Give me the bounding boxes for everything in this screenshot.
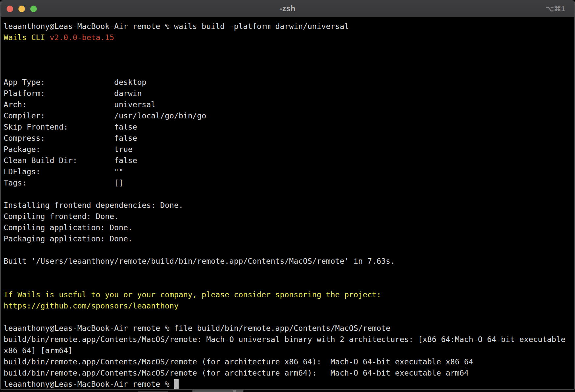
- background-fragment: [138, 391, 168, 392]
- terminal-text-segment: https://github.com/sponsors/leaanthony: [4, 301, 179, 310]
- terminal-line: [4, 43, 574, 54]
- background-fragment: [233, 390, 236, 392]
- terminal-line: [4, 244, 574, 256]
- terminal-text-segment: App Type: desktop: [4, 78, 146, 86]
- terminal-line: LDFlags: "": [4, 166, 574, 177]
- minimize-button[interactable]: [18, 6, 25, 12]
- terminal-text-segment: Built '/Users/leaanthony/remote/build/bi…: [4, 257, 395, 265]
- terminal-line: [4, 267, 574, 278]
- terminal-text-segment: Compiling frontend: Done.: [4, 212, 119, 221]
- terminal-text-segment: x86_64] [arm64]: [4, 346, 73, 355]
- terminal-line: Compiling application: Done.: [4, 222, 574, 233]
- terminal-text-segment: build/bin/remote.app/Contents/MacOS/remo…: [4, 335, 565, 344]
- close-button[interactable]: [7, 6, 13, 12]
- terminal-line: x86_64] [arm64]: [4, 345, 574, 356]
- terminal-line: build/bin/remote.app/Contents/MacOS/remo…: [4, 334, 574, 345]
- terminal-line: build/bin/remote.app/Contents/MacOS/remo…: [4, 367, 574, 379]
- zoom-button[interactable]: [30, 6, 37, 12]
- terminal-line: Wails CLI v2.0.0-beta.15: [4, 32, 574, 43]
- terminal-line: [4, 54, 574, 65]
- terminal-window: -zsh ⌥⌘1 leaanthony@Leas-MacBook-Air rem…: [0, 0, 575, 390]
- terminal-text-segment: build/bin/remote.app/Contents/MacOS/remo…: [4, 357, 473, 366]
- terminal-output[interactable]: leaanthony@Leas-MacBook-Air remote % wai…: [1, 17, 574, 389]
- terminal-line: Compiler: /usr/local/go/bin/go: [4, 110, 574, 121]
- terminal-text-segment: leaanthony@Leas-MacBook-Air remote % wai…: [4, 22, 349, 31]
- terminal-text-segment: Package: true: [4, 145, 133, 154]
- terminal-line: Package: true: [4, 144, 574, 155]
- window-shortcut-badge: ⌥⌘1: [545, 5, 565, 13]
- terminal-line: Clean Build Dir: false: [4, 155, 574, 166]
- terminal-line: [4, 311, 574, 323]
- terminal-text-segment: v2.0.0-beta.15: [50, 33, 114, 42]
- terminal-text-segment: Compiling application: Done.: [4, 223, 133, 232]
- terminal-line: [4, 65, 574, 77]
- traffic-lights: [7, 6, 37, 12]
- terminal-line: https://github.com/sponsors/leaanthony: [4, 300, 574, 311]
- terminal-text-segment: Packaging application: Done.: [4, 234, 133, 243]
- terminal-text-segment: leaanthony@Leas-MacBook-Air remote % fil…: [4, 324, 390, 332]
- terminal-text-segment: Tags: []: [4, 178, 123, 187]
- terminal-text-segment: LDFlags: "": [4, 167, 123, 176]
- terminal-line: Compiling frontend: Done.: [4, 211, 574, 222]
- terminal-text-segment: Platform: darwin: [4, 89, 142, 98]
- terminal-text-segment: build/bin/remote.app/Contents/MacOS/remo…: [4, 368, 469, 377]
- window-title: -zsh: [280, 4, 295, 13]
- terminal-text-segment: Clean Build Dir: false: [4, 156, 137, 165]
- terminal-text-segment: Compress: false: [4, 134, 137, 142]
- terminal-line: Built '/Users/leaanthony/remote/build/bi…: [4, 256, 574, 267]
- terminal-text-segment: Wails CLI: [4, 33, 50, 42]
- terminal-line: leaanthony@Leas-MacBook-Air remote %: [4, 379, 574, 390]
- terminal-line: App Type: desktop: [4, 77, 574, 88]
- terminal-text-segment: If Wails is useful to you or your compan…: [4, 290, 381, 299]
- terminal-line: [4, 278, 574, 289]
- window-titlebar[interactable]: -zsh ⌥⌘1: [1, 0, 574, 17]
- terminal-text-segment: Arch: universal: [4, 100, 156, 109]
- terminal-line: If Wails is useful to you or your compan…: [4, 289, 574, 300]
- terminal-text-segment: leaanthony@Leas-MacBook-Air remote %: [4, 380, 174, 388]
- terminal-line: Packaging application: Done.: [4, 233, 574, 244]
- terminal-line: Tags: []: [4, 177, 574, 188]
- terminal-line: [4, 188, 574, 200]
- terminal-line: Skip Frontend: false: [4, 121, 574, 133]
- terminal-text-segment: Compiler: /usr/local/go/bin/go: [4, 111, 206, 120]
- terminal-line: build/bin/remote.app/Contents/MacOS/remo…: [4, 356, 574, 367]
- terminal-line: Compress: false: [4, 133, 574, 144]
- terminal-cursor: [174, 379, 179, 389]
- terminal-text-segment: Installing frontend dependencies: Done.: [4, 201, 183, 209]
- terminal-line: Installing frontend dependencies: Done.: [4, 200, 574, 211]
- terminal-line: leaanthony@Leas-MacBook-Air remote % fil…: [4, 323, 574, 334]
- terminal-text-segment: Skip Frontend: false: [4, 122, 137, 131]
- background-window-sliver: [0, 390, 575, 392]
- terminal-line: Arch: universal: [4, 99, 574, 110]
- terminal-line: Platform: darwin: [4, 88, 574, 99]
- terminal-line: leaanthony@Leas-MacBook-Air remote % wai…: [4, 21, 574, 32]
